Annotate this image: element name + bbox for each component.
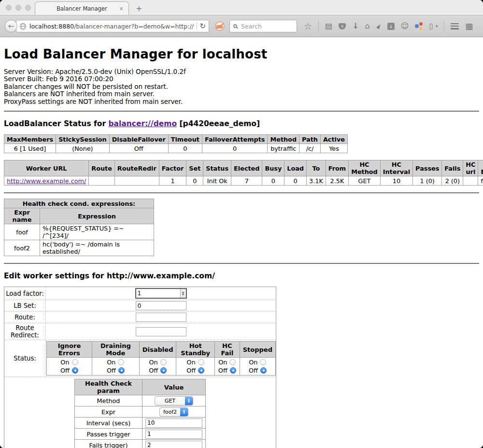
status-label: Status: — [4, 340, 46, 377]
field-label: Load factor: — [4, 287, 46, 300]
ignore-errors-off-radio[interactable] — [72, 367, 78, 374]
bookmark-star-icon[interactable]: ☆ — [304, 22, 312, 30]
hc-fails-input[interactable] — [145, 441, 202, 448]
minimize-window-button[interactable] — [15, 5, 21, 11]
url-host: localhost:8880 — [29, 23, 74, 30]
stopped-off-radio[interactable] — [260, 367, 267, 374]
url-path: /balancer-manager?b=demo&w=http://www.ex… — [74, 23, 194, 30]
globe-icon — [19, 23, 27, 30]
url-bar[interactable]: localhost:8880/balancer-manager?b=demo&w… — [16, 20, 209, 32]
extension-dots-icon[interactable] — [415, 22, 423, 30]
lb-set-input[interactable] — [136, 301, 186, 310]
worker-status-table: Worker URL Route RouteRedir Factor Set S… — [4, 160, 483, 186]
form-row-health-params: Health Check param Value Method GET▲▼ Ex… — [4, 377, 276, 448]
load-factor-field[interactable]: ▲▼ — [135, 288, 187, 299]
field-label: Route Redirect: — [4, 323, 46, 340]
field-label: LB Set: — [4, 300, 46, 312]
menu-icon[interactable] — [451, 23, 459, 29]
lb-status-heading: LoadBalancer Status for balancer://demo … — [4, 119, 479, 128]
page-title: Load Balancer Manager for localhost — [4, 47, 479, 61]
select-stepper-icon: ▲▼ — [180, 407, 188, 417]
browser-window: Balancer Manager × + ← localhost:8880/ba… — [0, 0, 483, 448]
hc-expressions-title: Health check cond. expressions: — [4, 199, 154, 208]
status-radios-table: Ignore Errors Draining Mode Disabled Hot… — [46, 341, 276, 376]
form-row-route-redirect: Route Redirect: — [4, 323, 276, 340]
load-factor-input[interactable] — [136, 289, 180, 298]
hc-passes-label: Passes trigger — [75, 429, 142, 440]
send-tab-icon[interactable]: ► — [374, 22, 383, 30]
adblock-disabled-icon[interactable] — [215, 21, 225, 31]
draining-mode-off-radio[interactable] — [118, 367, 125, 374]
hc-fail-on-radio[interactable] — [229, 359, 236, 365]
table-row: foof %{REQUEST_STATUS} =~ /^[234]/ — [4, 224, 154, 240]
draining-mode-on-radio[interactable] — [118, 359, 124, 365]
toolbar-divider — [318, 21, 319, 31]
ignore-errors-on-radio[interactable] — [72, 359, 78, 365]
window-controls[interactable] — [6, 5, 31, 11]
hc-method-select[interactable]: GET▲▼ — [155, 396, 193, 405]
tab-balancer-manager[interactable]: Balancer Manager × — [35, 1, 129, 15]
stopped-on-radio[interactable] — [260, 359, 266, 365]
route-input[interactable] — [136, 313, 186, 322]
form-row-lb-set: LB Set: — [4, 300, 276, 312]
battery-widget-icon[interactable]: ▯ — [429, 22, 433, 30]
hc-interval-label: Interval (secs) — [75, 418, 142, 429]
new-tab-button[interactable]: + — [136, 4, 142, 13]
pocket-icon[interactable]: ∨ — [339, 23, 346, 29]
field-label: Route: — [4, 312, 46, 323]
worker-url-link[interactable]: http://www.example.com/ — [7, 177, 86, 185]
search-input[interactable] — [240, 22, 284, 30]
tiles-icon[interactable]: ▦ — [465, 22, 473, 30]
hot-standby-on-radio[interactable] — [198, 359, 204, 365]
health-check-table: Health Check param Value Method GET▲▼ Ex… — [74, 379, 206, 448]
select-stepper-icon: ▲▼ — [185, 396, 193, 405]
disabled-off-radio[interactable] — [160, 367, 167, 374]
edit-worker-heading: Edit worker settings for http://www.exam… — [4, 272, 479, 280]
hc-fails-label: Fails trigger) — [75, 440, 142, 448]
page-content: Load Balancer Manager for localhost Serv… — [0, 37, 483, 448]
hc-passes-input[interactable] — [145, 430, 202, 439]
home-icon[interactable]: ⌂ — [365, 22, 370, 30]
table-row: foof2 hc('body') =~ /domain is establish… — [4, 240, 154, 256]
zoom-window-button[interactable] — [25, 5, 31, 11]
hc-expr-select[interactable]: foof2▲▼ — [159, 407, 188, 417]
chevron-down-icon[interactable]: ▾ — [436, 22, 438, 30]
form-row-route: Route: — [4, 312, 276, 323]
divider — [4, 111, 479, 112]
reload-icon[interactable]: ↻ — [199, 22, 206, 30]
hc-interval-input[interactable] — [145, 419, 202, 428]
table-row: http://www.example.com/ 1 0 Init Ok 7 0 … — [4, 176, 483, 186]
back-button[interactable]: ← — [5, 20, 17, 32]
save-page-icon[interactable]: ↓ — [387, 23, 395, 30]
form-row-status: Status: Ignore Errors Draining Mode Disa… — [4, 340, 276, 377]
tab-bar: Balancer Manager × + — [0, 0, 483, 15]
persist-notice-line: Balancer changes will NOT be persisted o… — [4, 83, 479, 90]
number-stepper-icon[interactable]: ▲▼ — [180, 289, 186, 298]
search-bar[interactable] — [229, 20, 297, 32]
hc-method-label: Method — [75, 395, 142, 406]
close-window-button[interactable] — [6, 5, 12, 11]
divider — [4, 263, 479, 264]
hc-expr-label: Expr — [75, 406, 142, 418]
downloads-icon[interactable]: ↓ — [352, 22, 358, 30]
form-row-load-factor: Load factor: ▲▼ — [4, 287, 276, 300]
reading-list-icon[interactable]: ▤ — [325, 22, 332, 30]
server-version-line: Server Version: Apache/2.5.0-dev (Unix) … — [4, 68, 479, 75]
search-icon — [233, 24, 237, 28]
inherit-notice-line: Balancers are NOT inherited from main se… — [4, 90, 479, 98]
url-text[interactable]: localhost:8880/balancer-manager?b=demo&w… — [29, 23, 194, 30]
hot-standby-off-radio[interactable] — [198, 367, 204, 374]
route-redirect-input[interactable] — [136, 327, 186, 336]
table-row: 6 [1 Used] (None) Off 0 0 bytraffic /c/ … — [4, 144, 348, 153]
edit-worker-form: Load factor: ▲▼ LB Set: Route: Route Red… — [4, 287, 276, 448]
navigation-toolbar: ← localhost:8880/balancer-manager?b=demo… — [0, 15, 483, 37]
proxypass-notice-line: ProxyPass settings are NOT inherited fro… — [4, 98, 479, 105]
tab-close-icon[interactable]: × — [119, 5, 124, 12]
hc-fail-off-radio[interactable] — [230, 367, 236, 374]
balancer-status-table: MaxMembers StickySession DisableFailover… — [4, 134, 348, 153]
disabled-on-radio[interactable] — [160, 359, 167, 365]
balancer-demo-link[interactable]: balancer://demo — [108, 119, 177, 128]
toolbar-divider — [444, 21, 444, 31]
forum-smiley-icon[interactable]: ☺ — [401, 22, 409, 30]
url-divider — [197, 22, 197, 30]
